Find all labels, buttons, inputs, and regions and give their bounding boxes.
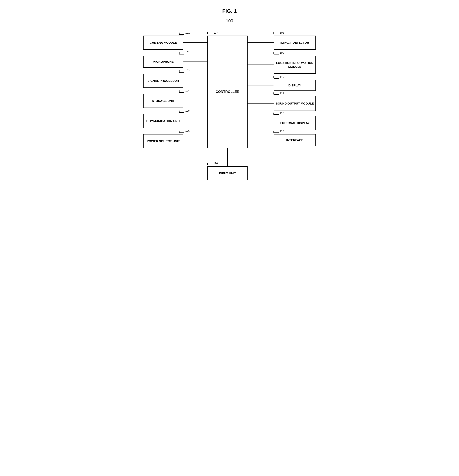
box-power-source-unit: POWER SOURCE UNIT xyxy=(143,134,183,148)
box-storage-unit: STORAGE UNIT xyxy=(143,94,183,108)
diagram-id: 100 xyxy=(139,18,320,24)
box-controller: CONTROLLER xyxy=(207,36,247,148)
box-impact-detector: IMPACT DETECTOR xyxy=(274,36,316,50)
label-ref-101: 101 xyxy=(185,31,190,34)
label-ref-108: 108 xyxy=(280,31,284,34)
label-ref-109: 109 xyxy=(280,51,284,54)
box-location-information-module: LOCATION INFORMATION MODULE xyxy=(274,56,316,74)
label-ref-107: 107 xyxy=(213,31,218,34)
fig-title: FIG. 1 xyxy=(139,8,320,14)
label-ref-112: 112 xyxy=(280,111,284,115)
label-ref-106: 106 xyxy=(185,129,190,132)
label-ref-111: 111 xyxy=(280,92,284,94)
box-external-display: EXTERNAL DISPLAY xyxy=(274,116,316,130)
box-communication-unit: COMMUNICATION UNIT xyxy=(143,114,183,128)
box-input-unit: INPUT UNIT xyxy=(207,166,247,180)
label-ref-113: 113 xyxy=(280,130,284,133)
label-ref-102: 102 xyxy=(185,51,190,54)
box-sound-output-module: SOUND OUTPUT MODULE xyxy=(274,96,316,111)
box-display: DISPLAY xyxy=(274,80,316,91)
box-microphone: MICROPHONE xyxy=(143,56,183,68)
box-camera-module: CAMERA MODULE xyxy=(143,36,183,50)
label-ref-120: 120 xyxy=(213,162,218,165)
box-interface: INTERFACE xyxy=(274,134,316,146)
box-signal-processor: SIGNAL PROCESSOR xyxy=(143,74,183,88)
diagram-area: 101 102 103 104 105 106 107 108 xyxy=(139,30,320,194)
label-ref-105: 105 xyxy=(185,109,190,112)
label-ref-104: 104 xyxy=(185,89,190,92)
label-ref-103: 103 xyxy=(185,69,190,72)
label-ref-110: 110 xyxy=(280,75,284,78)
